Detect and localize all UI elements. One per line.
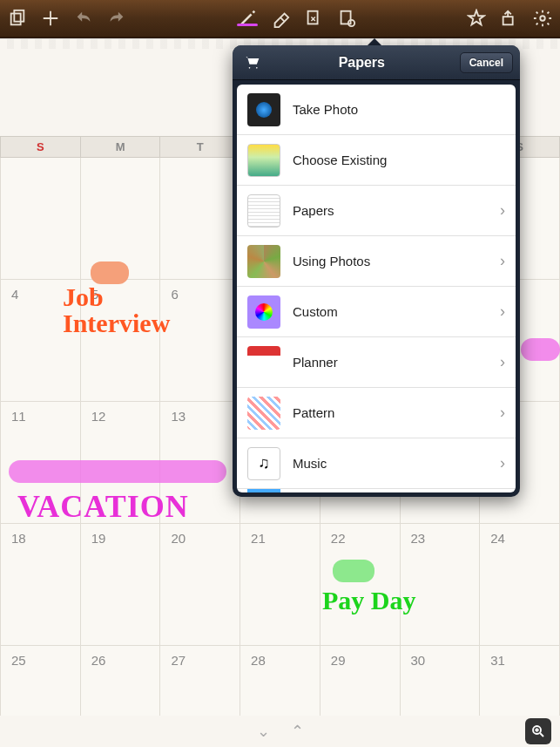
pen-icon[interactable] [237,8,258,29]
item-label: Using Photos [293,254,500,268]
day-cell[interactable]: 18 [1,524,81,646]
item-take-photo[interactable]: Take Photo [237,85,516,135]
bottom-bar: ⌄ ⌃ [0,716,560,747]
main-toolbar [0,0,560,38]
day-cell[interactable]: 4 [1,280,81,402]
page-delete-icon[interactable] [303,8,324,29]
pattern-icon [247,397,280,430]
popover-list[interactable]: Take Photo Choose Existing Papers › Usin… [237,85,516,492]
day-cell[interactable]: 20 [160,524,240,646]
day-cell[interactable]: 11 [1,402,81,524]
popover-header: Papers Cancel [233,45,520,80]
svg-rect-1 [14,10,24,22]
item-label: Music [293,456,500,471]
chevron-down-icon[interactable]: ⌄ [257,722,270,741]
eraser-icon[interactable] [270,8,291,29]
item-label: Papers [293,203,500,218]
item-choose-existing[interactable]: Choose Existing [237,135,516,186]
item-papers[interactable]: Papers › [237,186,516,236]
item-using-photos[interactable]: Using Photos › [237,236,516,287]
undo-icon[interactable] [73,8,94,29]
item-label: Planner [293,355,500,370]
redo-icon[interactable] [106,8,127,29]
chevron-icon: › [500,454,505,472]
settings-icon[interactable] [532,8,553,29]
page-settings-icon[interactable] [336,8,357,29]
item-custom[interactable]: Custom › [237,287,516,337]
item-more[interactable] [237,489,516,492]
item-label: Choose Existing [293,153,505,167]
chevron-icon: › [500,201,505,220]
zoom-button[interactable] [525,718,551,744]
cart-icon[interactable] [240,54,264,71]
pages-icon[interactable] [7,8,28,29]
day-cell[interactable]: 5 [80,280,160,402]
paper-icon [247,194,280,227]
papers-popover: Papers Cancel Take Photo Choose Existing… [233,45,520,497]
popover-title: Papers [264,55,460,71]
chevron-up-icon[interactable]: ⌃ [291,722,304,741]
day-cell[interactable]: 12 [80,402,160,524]
svg-rect-0 [11,14,21,25]
more-icon [247,489,280,492]
day-cell[interactable]: 22 [320,524,400,646]
star-icon[interactable] [466,8,487,29]
planner-icon: JUNE [247,346,280,379]
chevron-icon: › [500,302,505,321]
day-cell[interactable] [80,158,160,280]
chevron-icon: › [500,252,505,270]
camera-icon [247,93,280,126]
day-cell[interactable]: 23 [400,524,480,646]
collage-icon [247,245,280,278]
add-icon[interactable] [40,8,61,29]
item-music[interactable]: ♫ Music › [237,438,516,489]
header-mon: M [80,137,160,158]
photo-icon [247,144,280,177]
item-planner[interactable]: JUNE Planner › [237,337,516,388]
item-label: Custom [293,304,500,319]
chevron-icon: › [500,353,505,371]
item-label: Pattern [293,405,500,420]
svg-rect-5 [503,17,513,24]
day-cell[interactable]: 6 [160,280,240,402]
item-label: Take Photo [293,102,505,117]
chevron-icon: › [500,404,505,422]
day-cell[interactable] [1,158,81,280]
colorwheel-icon [247,295,280,329]
header-sun: S [1,137,81,158]
svg-point-6 [540,16,545,21]
day-cell[interactable]: 19 [80,524,160,646]
day-cell[interactable]: 13 [160,402,240,524]
share-icon[interactable] [499,8,520,29]
day-cell[interactable]: 21 [240,524,320,646]
item-pattern[interactable]: Pattern › [237,388,516,438]
cancel-button[interactable]: Cancel [460,52,513,73]
svg-rect-2 [307,11,317,24]
day-cell[interactable] [160,158,240,280]
day-cell[interactable]: 24 [480,524,560,646]
header-tue: T [160,137,240,158]
music-icon: ♫ [247,447,280,480]
